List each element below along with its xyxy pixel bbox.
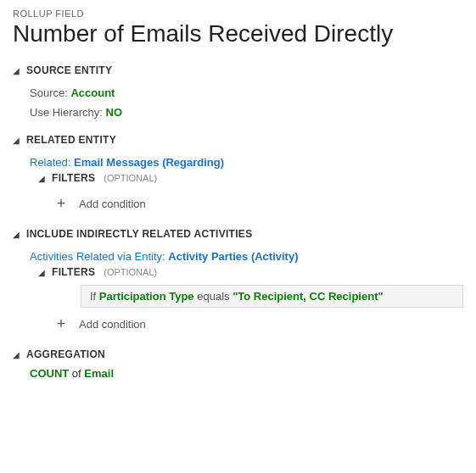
aggregation-header[interactable]: ◢ AGGREGATION bbox=[13, 348, 463, 360]
hierarchy-label: Use Hierarchy: bbox=[30, 106, 103, 119]
caret-icon: ◢ bbox=[13, 66, 21, 75]
source-row[interactable]: Source: Account bbox=[13, 83, 463, 103]
source-entity-header[interactable]: ◢ SOURCE ENTITY bbox=[13, 64, 463, 76]
related-value: Email Messages bbox=[74, 156, 159, 169]
indirect-related-label: Activities Related via Entity: bbox=[30, 250, 165, 263]
related-paren-close: ) bbox=[221, 156, 224, 169]
indirect-paren-value: Activity bbox=[255, 250, 294, 263]
indirect-filters-heading: FILTERS bbox=[52, 266, 95, 278]
related-add-condition[interactable]: + Add condition bbox=[38, 191, 463, 216]
related-row[interactable]: Related: Email Messages (Regarding) bbox=[13, 153, 463, 172]
filter-if: If bbox=[90, 290, 96, 303]
filter-field: Participation Type bbox=[99, 290, 194, 303]
related-filters-heading: FILTERS bbox=[52, 172, 95, 184]
caret-icon: ◢ bbox=[38, 268, 47, 277]
indirect-heading: INCLUDE INDIRECTLY RELATED ACTIVITIES bbox=[26, 228, 252, 240]
indirect-add-condition[interactable]: + Add condition bbox=[38, 311, 463, 337]
page-title: Number of Emails Received Directly bbox=[13, 20, 463, 47]
indirect-related-value: Activity Parties bbox=[168, 250, 248, 263]
related-entity-heading: RELATED ENTITY bbox=[26, 134, 116, 146]
filter-condition-row[interactable]: If Participation Type equals "To Recipie… bbox=[81, 285, 463, 308]
section-related-entity: ◢ RELATED ENTITY Related: Email Messages… bbox=[13, 134, 463, 216]
related-filters-header[interactable]: ◢ FILTERS (OPTIONAL) bbox=[38, 172, 463, 184]
aggregation-heading: AGGREGATION bbox=[26, 348, 105, 360]
related-entity-header[interactable]: ◢ RELATED ENTITY bbox=[13, 134, 463, 146]
source-entity-heading: SOURCE ENTITY bbox=[26, 64, 112, 76]
plus-icon: + bbox=[55, 316, 67, 331]
related-filters-hint: (OPTIONAL) bbox=[104, 173, 157, 183]
aggregation-of: of bbox=[72, 367, 81, 380]
indirect-filters-block: ◢ FILTERS (OPTIONAL) If Participation Ty… bbox=[38, 266, 463, 337]
caret-icon: ◢ bbox=[13, 136, 21, 145]
filter-op: equals bbox=[197, 290, 229, 303]
indirect-add-condition-label: Add condition bbox=[79, 318, 146, 331]
caret-icon: ◢ bbox=[13, 350, 21, 359]
section-aggregation: ◢ AGGREGATION COUNT of Email bbox=[13, 348, 463, 380]
breadcrumb: ROLLUP FIELD bbox=[13, 8, 463, 19]
section-source-entity: ◢ SOURCE ENTITY Source: Account Use Hier… bbox=[13, 64, 463, 122]
aggregation-fn: COUNT bbox=[30, 367, 69, 380]
filter-value: "To Recipient, CC Recipient" bbox=[232, 290, 384, 303]
hierarchy-row[interactable]: Use Hierarchy: NO bbox=[13, 103, 463, 122]
related-label: Related: bbox=[30, 156, 70, 169]
source-label: Source: bbox=[30, 86, 68, 99]
plus-icon: + bbox=[55, 196, 67, 211]
caret-icon: ◢ bbox=[13, 230, 21, 239]
indirect-filters-header[interactable]: ◢ FILTERS (OPTIONAL) bbox=[38, 266, 463, 278]
related-filters-block: ◢ FILTERS (OPTIONAL) + Add condition bbox=[38, 172, 463, 216]
indirect-header[interactable]: ◢ INCLUDE INDIRECTLY RELATED ACTIVITIES bbox=[13, 228, 463, 240]
indirect-filters-hint: (OPTIONAL) bbox=[104, 267, 157, 277]
aggregation-target: Email bbox=[84, 367, 114, 380]
section-indirect: ◢ INCLUDE INDIRECTLY RELATED ACTIVITIES … bbox=[13, 228, 463, 337]
related-paren-value: Regarding bbox=[165, 156, 220, 169]
hierarchy-value: NO bbox=[106, 106, 123, 119]
related-add-condition-label: Add condition bbox=[79, 198, 146, 210]
source-value: Account bbox=[70, 86, 115, 99]
aggregation-row[interactable]: COUNT of Email bbox=[13, 367, 463, 380]
indirect-related-row[interactable]: Activities Related via Entity: Activity … bbox=[13, 247, 463, 266]
caret-icon: ◢ bbox=[38, 174, 47, 183]
indirect-paren-close: ) bbox=[294, 250, 298, 263]
